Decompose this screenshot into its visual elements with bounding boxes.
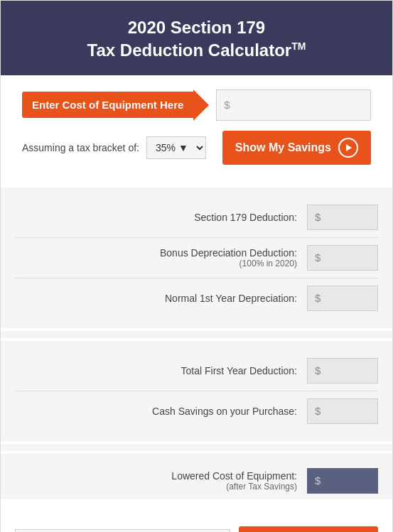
email-input-wrap <box>15 529 230 532</box>
calculator-container: 2020 Section 179 Tax Deduction Calculato… <box>0 0 393 532</box>
section179-value: $ <box>307 205 378 230</box>
cost-input-wrap: $ <box>216 89 371 121</box>
cash-savings-row: Cash Savings on your Purchase: $ <box>15 391 378 431</box>
lowered-cost-value: $ <box>307 468 378 494</box>
cost-dollar-sign: $ <box>224 99 230 111</box>
totals-section: Total First Year Deduction: $ Cash Savin… <box>1 341 392 441</box>
normal-depreciation-value: $ <box>307 286 378 311</box>
normal-depreciation-row: Normal 1st Year Depreciation: $ <box>15 278 378 318</box>
total-first-year-label: Total First Year Deduction: <box>15 365 297 376</box>
total-first-year-row: Total First Year Deduction: $ <box>15 351 378 391</box>
tax-bracket-select[interactable]: 25% 30% 35% ▼ 40% 45% 50% <box>146 136 206 159</box>
bonus-depreciation-value: $ <box>307 245 378 271</box>
bracket-row: Assuming a tax bracket of: 25% 30% 35% ▼… <box>22 131 371 165</box>
lowered-cost-section: Lowered Cost of Equipment: (after Tax Sa… <box>1 454 392 499</box>
arrow-right-icon <box>193 89 209 121</box>
body-section: Enter Cost of Equipment Here $ Assuming … <box>1 75 392 188</box>
lowered-cost-row: Lowered Cost of Equipment: (after Tax Sa… <box>15 464 378 496</box>
bonus-dollar: $ <box>315 251 321 264</box>
deductions-section: Section 179 Deduction: $ Bonus Depreciat… <box>1 188 392 328</box>
section179-label: Section 179 Deduction: <box>15 212 297 223</box>
title-line1: 2020 Section 179 <box>128 18 265 37</box>
total-first-year-dollar: $ <box>315 364 321 376</box>
section179-dollar: $ <box>315 211 321 223</box>
lowered-cost-sublabel: (after Tax Savings) <box>15 482 297 492</box>
spacer2 <box>1 444 392 451</box>
title-line2: Tax Deduction Calculator <box>87 40 292 60</box>
cash-savings-dollar: $ <box>315 405 321 417</box>
cost-input[interactable] <box>233 99 363 111</box>
bracket-label: Assuming a tax bracket of: <box>22 142 139 153</box>
spacer3 <box>1 502 392 516</box>
cost-label: Enter Cost of Equipment Here <box>22 92 193 118</box>
email-section: Email My Options <box>1 516 392 532</box>
total-first-year-value: $ <box>307 358 378 384</box>
header-title: 2020 Section 179 Tax Deduction Calculato… <box>15 16 378 63</box>
header-section: 2020 Section 179 Tax Deduction Calculato… <box>1 1 392 75</box>
lowered-cost-label: Lowered Cost of Equipment: (after Tax Sa… <box>15 470 297 492</box>
show-savings-label: Show My Savings <box>235 141 331 154</box>
lowered-cost-dollar: $ <box>315 474 321 487</box>
section179-row: Section 179 Deduction: $ <box>15 197 378 237</box>
trademark: TM <box>291 40 306 52</box>
bonus-depreciation-sublabel: (100% in 2020) <box>15 259 297 268</box>
normal-dollar: $ <box>315 292 321 304</box>
normal-depreciation-label: Normal 1st Year Depreciation: <box>15 293 297 304</box>
cash-savings-label: Cash Savings on your Purchase: <box>15 406 297 417</box>
cost-row: Enter Cost of Equipment Here $ <box>22 89 371 121</box>
email-button[interactable]: Email My Options <box>239 526 378 532</box>
show-savings-button[interactable]: Show My Savings <box>222 131 371 165</box>
bonus-depreciation-label: Bonus Depreciation Deduction: (100% in 2… <box>15 247 297 268</box>
spacer1 <box>1 331 392 338</box>
cash-savings-value: $ <box>307 398 378 424</box>
show-savings-arrow-icon <box>338 138 358 158</box>
bonus-depreciation-row: Bonus Depreciation Deduction: (100% in 2… <box>15 237 378 278</box>
